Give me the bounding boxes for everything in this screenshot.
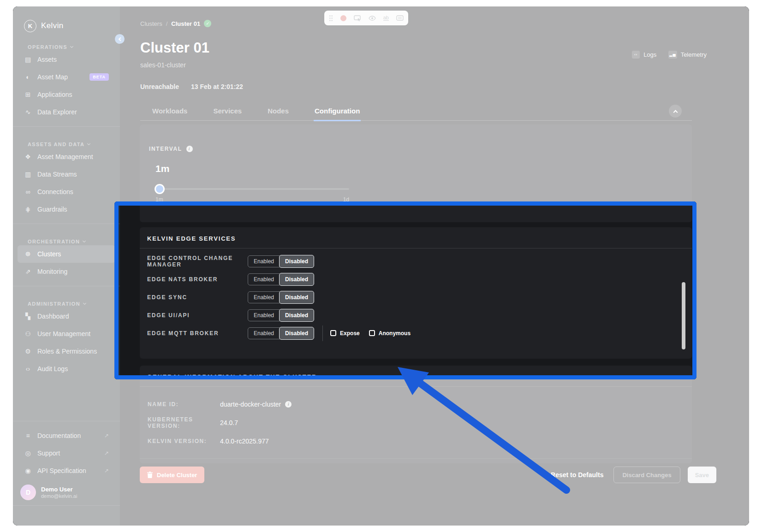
sidebar-item-roles-permissions[interactable]: ⚙ Roles & Permissions [18, 343, 115, 360]
sidebar-item-asset-map[interactable]: ◐ Asset Map BETA [18, 68, 115, 86]
external-link-icon: ↗ [104, 450, 109, 456]
reset-to-defaults-button[interactable]: ↺ Reset to Defaults [538, 470, 606, 479]
chevron-down-icon [70, 45, 73, 48]
info-icon[interactable]: i [186, 146, 193, 152]
reset-icon: ↺ [541, 471, 547, 479]
sidebar-item-audit-logs[interactable]: ‹› Audit Logs [18, 360, 115, 378]
telemetry-button[interactable]: ▂▅ Telemetry [668, 51, 707, 59]
main-content: Clusters / Cluster 01 ✓ Cluster 01 ‹› Lo… [120, 6, 749, 526]
app-window: K Kelvin OPERATIONS ▤ Assets ◐ Asset Map… [13, 6, 749, 526]
sidebar-item-clusters[interactable]: ☸ Clusters [18, 245, 115, 263]
screenshot-canvas: K Kelvin OPERATIONS ▤ Assets ◐ Asset Map… [0, 0, 762, 532]
edge-sync-row: EDGE SYNC Enabled Disabled [140, 288, 692, 306]
kubernetes-version-row: KUBERNETES VERSION: 24.0.7 [140, 414, 692, 432]
enabled-button[interactable]: Enabled [248, 255, 280, 267]
code-icon: ‹› [24, 365, 32, 372]
edge-nats-broker-row: EDGE NATS BROKER Enabled Disabled [140, 270, 692, 288]
notes-icon[interactable] [396, 15, 404, 21]
sidebar-item-assets[interactable]: ▤ Assets [18, 51, 115, 68]
disabled-button[interactable]: Disabled [279, 273, 314, 286]
sidebar-item-support[interactable]: ◎ Support ↗ [18, 444, 115, 462]
breadcrumb: Clusters / Cluster 01 ✓ [140, 20, 211, 27]
save-button[interactable]: Save [688, 467, 716, 483]
record-button[interactable] [340, 15, 346, 21]
enabled-button[interactable]: Enabled [248, 291, 280, 303]
chevron-up-icon [673, 110, 678, 114]
users-icon: ⚇ [24, 330, 32, 337]
disabled-button[interactable]: Disabled [279, 291, 314, 304]
tab-configuration[interactable]: Configuration [314, 104, 361, 121]
disabled-button[interactable]: Disabled [279, 327, 314, 340]
kelvin-logo[interactable]: K Kelvin [13, 6, 120, 35]
anonymous-checkbox[interactable]: Anonymous [369, 330, 411, 337]
text-tool-icon[interactable]: ab [383, 15, 389, 21]
barrier-icon: ⋕ [24, 206, 32, 213]
logs-button[interactable]: ‹› Logs [632, 51, 656, 59]
interval-slider-handle[interactable] [155, 184, 165, 194]
cluster-icon: ☸ [24, 250, 32, 258]
general-info-title: GENERAL INFORMATION ABOUT THE CLUSTER [140, 366, 692, 386]
eye-icon[interactable] [369, 16, 376, 21]
tab-workloads[interactable]: Workloads [151, 104, 188, 120]
tab-bar: Workloads Services Nodes Configuration [140, 104, 692, 121]
sidebar-section-administration[interactable]: ADMINISTRATION [13, 300, 120, 307]
edge-control-change-manager-row: EDGE CONTROL CHANGE MANAGER Enabled Disa… [140, 252, 692, 270]
kelvin-logo-icon: K [24, 20, 36, 32]
interval-slider-labels: 1m 1d [155, 196, 349, 203]
interval-card: INTERVAL i 1m 1m 1d [140, 124, 692, 222]
slider-min-label: 1m [155, 196, 163, 203]
name-id-value: duarte-docker-cluster [220, 401, 281, 408]
sidebar-collapse-button[interactable] [115, 34, 125, 44]
enabled-button[interactable]: Enabled [248, 273, 280, 285]
edge-services-card: KELVIN EDGE SERVICES EDGE CONTROL CHANGE… [140, 227, 692, 359]
sidebar-item-monitoring[interactable]: ⇗ Monitoring [18, 263, 115, 280]
disabled-button[interactable]: Disabled [279, 309, 314, 322]
interval-slider-track[interactable] [155, 188, 349, 190]
enabled-button[interactable]: Enabled [248, 327, 280, 339]
edge-nats-broker-toggle: Enabled Disabled [248, 273, 314, 285]
beta-badge: BETA [89, 73, 109, 81]
drag-handle-icon[interactable] [329, 15, 333, 22]
user-menu[interactable]: D Demo User demo@kelvin.ai [13, 479, 120, 505]
cluster-id-subtitle: sales-01-cluster [140, 61, 186, 69]
sidebar-divider [13, 286, 120, 286]
screen-share-icon[interactable] [354, 15, 361, 21]
delete-cluster-button[interactable]: Delete Cluster [140, 467, 204, 483]
chevron-down-icon [83, 239, 86, 242]
expose-checkbox[interactable]: Expose [330, 330, 360, 337]
sidebar-item-user-management[interactable]: ⚇ User Management [18, 325, 115, 343]
api-icon: ◉ [24, 467, 32, 474]
panel-scrollbar-thumb[interactable] [682, 282, 685, 349]
general-info-card: GENERAL INFORMATION ABOUT THE CLUSTER NA… [140, 366, 692, 463]
sidebar-item-asset-management[interactable]: ❖ Asset Management [18, 148, 115, 166]
edge-control-change-manager-toggle: Enabled Disabled [248, 255, 314, 267]
tab-nodes[interactable]: Nodes [267, 104, 290, 120]
sidebar-item-api-specification[interactable]: ◉ API Specification ↗ [18, 462, 115, 479]
chevron-down-icon [83, 301, 86, 305]
sidebar-item-data-streams[interactable]: ▥ Data Streams [18, 166, 115, 183]
code-icon: ‹› [632, 51, 640, 59]
sidebar-item-applications[interactable]: ⊞ Applications [18, 86, 115, 103]
sidebar-item-guardrails[interactable]: ⋕ Guardrails [18, 201, 115, 218]
grid-icon: ⊞ [24, 91, 32, 98]
sidebar-item-data-explorer[interactable]: ∿ Data Explorer [18, 103, 115, 121]
sidebar-section-operations[interactable]: OPERATIONS [13, 43, 120, 51]
general-info-rows: NAME ID: duarte-docker-cluster i KUBERNE… [140, 387, 692, 450]
tab-services[interactable]: Services [212, 104, 243, 120]
disabled-button[interactable]: Disabled [279, 255, 314, 268]
header-actions: ‹› Logs ▂▅ Telemetry [632, 51, 707, 59]
sidebar-item-connections[interactable]: ∞ Connections [18, 183, 115, 201]
sidebar-item-dashboard[interactable]: ▚ Dashboard [18, 307, 115, 325]
info-icon[interactable]: i [285, 401, 292, 408]
collapse-section-button[interactable] [669, 105, 682, 118]
kelvin-version-row: KELVIN VERSION: 4.0.0-rc2025.977 [140, 432, 692, 450]
sidebar-section-orchestration[interactable]: ORCHESTRATION [13, 238, 120, 245]
sidebar-section-assets-and-data[interactable]: ASSETS AND DATA [13, 141, 120, 148]
breadcrumb-clusters-link[interactable]: Clusters [140, 20, 162, 27]
gear-icon: ⚙ [24, 348, 32, 355]
slider-max-label: 1d [343, 196, 349, 203]
sidebar-item-documentation[interactable]: ≡ Documentation ↗ [18, 427, 115, 444]
edge-services-rows: EDGE CONTROL CHANGE MANAGER Enabled Disa… [140, 248, 692, 342]
discard-changes-button[interactable]: Discard Changes [613, 467, 680, 483]
enabled-button[interactable]: Enabled [248, 309, 280, 321]
